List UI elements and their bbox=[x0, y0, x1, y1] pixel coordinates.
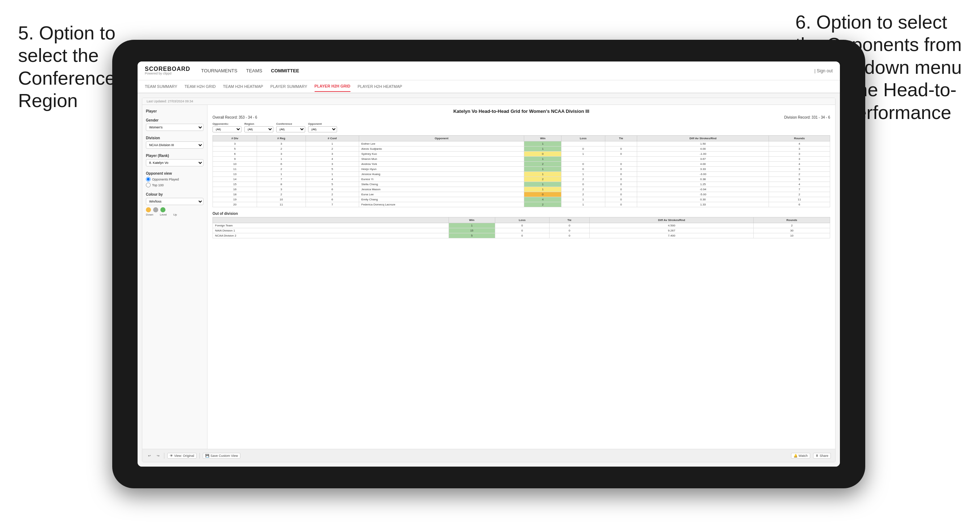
cell-win: 1 bbox=[524, 172, 562, 177]
table-row: 14 7 4 Eunice Yi 2 2 0 0.38 9 bbox=[213, 177, 830, 182]
report-title: Katelyn Vo Head-to-Head Grid for Women's… bbox=[213, 108, 830, 114]
opponents-dropdown[interactable]: (All) bbox=[213, 126, 242, 132]
save-custom-label: Save Custom View bbox=[210, 454, 238, 457]
table-row: 13 1 1 Jessica Huang 1 1 0 -3.00 2 bbox=[213, 172, 830, 177]
cell-win: 0 bbox=[524, 192, 562, 197]
opponent-dropdown[interactable]: (All) bbox=[308, 126, 337, 132]
nav-teams[interactable]: TEAMS bbox=[246, 67, 262, 75]
dot-down bbox=[146, 207, 151, 212]
record-row: Overall Record: 353 - 34 - 6 Division Re… bbox=[213, 115, 830, 119]
cell-diff: 1.33 bbox=[637, 202, 769, 207]
cell-loss bbox=[562, 141, 605, 146]
division-dropdown[interactable]: NCAA Division III bbox=[146, 141, 204, 149]
overall-record: Overall Record: 353 - 34 - 6 bbox=[213, 115, 257, 119]
player-rank-dropdown[interactable]: 8. Katelyn Vo bbox=[146, 159, 204, 167]
cell-diff: -3.00 bbox=[637, 172, 769, 177]
col-rounds: Rounds bbox=[769, 136, 830, 141]
eye-icon: 👁 bbox=[170, 454, 173, 457]
opponent-view-label: Opponent view bbox=[146, 171, 204, 175]
cell-tie: 0 bbox=[605, 192, 637, 197]
cell-diff: -1.00 bbox=[637, 152, 769, 157]
main-content: Last Updated: 27/03/2024 09:34 Player Ge… bbox=[138, 93, 840, 467]
logo-subtext: Powered by clippd bbox=[145, 72, 191, 75]
subnav-team-h2h-heatmap[interactable]: TEAM H2H HEATMAP bbox=[223, 81, 263, 92]
view-original-btn[interactable]: 👁 View: Original bbox=[167, 453, 197, 459]
table-row: 16 3 6 Jessica Mason 1 2 0 -0.94 7 bbox=[213, 187, 830, 192]
col-conf: # Conf bbox=[305, 136, 359, 141]
ood-cell-rounds: 10 bbox=[754, 233, 830, 238]
report-body: Player Gender Women's Division NCAA Divi… bbox=[142, 105, 835, 449]
cell-reg: 1 bbox=[257, 157, 305, 162]
subnav-player-h2h-grid[interactable]: PLAYER H2H GRID bbox=[315, 81, 350, 92]
gender-section: Gender Women's bbox=[146, 118, 204, 131]
cell-loss: 1 bbox=[562, 152, 605, 157]
colour-by-dropdown[interactable]: Win/loss bbox=[146, 198, 204, 205]
logo: SCOREBOARD Powered by clippd bbox=[145, 66, 191, 75]
cell-reg: 3 bbox=[257, 187, 305, 192]
player-label: Player bbox=[146, 109, 204, 113]
cell-loss: 2 bbox=[562, 187, 605, 192]
subnav-player-h2h-heatmap[interactable]: PLAYER H2H HEATMAP bbox=[358, 81, 402, 92]
nav-committee[interactable]: COMMITTEE bbox=[271, 67, 299, 75]
filter-row: Opponents: (All) Region (All) bbox=[213, 122, 830, 132]
colour-labels: Down Level Up bbox=[146, 213, 204, 216]
cell-tie: 0 bbox=[605, 187, 637, 192]
ood-cell-diff: 9.267 bbox=[589, 228, 754, 233]
save-custom-btn[interactable]: 💾 Save Custom View bbox=[203, 453, 240, 459]
ood-cell-rounds: 2 bbox=[754, 223, 830, 228]
cell-diff: 0.38 bbox=[637, 177, 769, 182]
col-tie: Tie bbox=[605, 136, 637, 141]
opponent-view-section: Opponent view Opponents Played Top 100 bbox=[146, 171, 204, 187]
ood-cell-tie: 0 bbox=[549, 223, 589, 228]
subnav-team-h2h-grid[interactable]: TEAM H2H GRID bbox=[185, 81, 216, 92]
subnav-team-summary[interactable]: TEAM SUMMARY bbox=[145, 81, 177, 92]
cell-loss: 1 bbox=[562, 197, 605, 202]
cell-conf: 4 bbox=[305, 157, 359, 162]
ood-cell-loss: 0 bbox=[495, 228, 549, 233]
radio-top100-input[interactable] bbox=[146, 183, 151, 187]
cell-reg: 3 bbox=[257, 152, 305, 157]
cell-opponent: Sydney Kuo bbox=[359, 152, 524, 157]
player-rank-section: Player (Rank) 8. Katelyn Vo bbox=[146, 154, 204, 167]
cell-diff: 0.30 bbox=[637, 197, 769, 202]
cell-div: 13 bbox=[213, 172, 257, 177]
region-dropdown[interactable]: (All) bbox=[244, 126, 273, 132]
table-row: 11 2 5 Heejo Hyun 1 0 0 3.33 3 bbox=[213, 167, 830, 172]
cell-tie: 0 bbox=[605, 152, 637, 157]
ood-cell-diff: 7.400 bbox=[589, 233, 754, 238]
cell-reg: 1 bbox=[257, 172, 305, 177]
logo-text: SCOREBOARD bbox=[145, 66, 191, 72]
cell-tie: 0 bbox=[605, 202, 637, 207]
cell-rounds: 2 bbox=[769, 172, 830, 177]
table-row: 19 10 6 Emily Chang 4 1 0 0.30 11 bbox=[213, 197, 830, 202]
table-row: 10 6 3 Andrea York 2 0 0 4.00 4 bbox=[213, 162, 830, 167]
share-btn[interactable]: ⬆ Share bbox=[813, 453, 831, 459]
cell-rounds: 3 bbox=[769, 146, 830, 152]
cell-div: 10 bbox=[213, 162, 257, 167]
cell-loss: 0 bbox=[562, 167, 605, 172]
conference-dropdown[interactable]: (All) bbox=[276, 126, 305, 132]
ood-table-row: Foreign Team 1 0 0 4.500 2 bbox=[213, 223, 830, 228]
cell-win: 1 bbox=[524, 182, 562, 187]
table-row: 20 11 7 Federica Domecq Lacroze 2 1 0 1.… bbox=[213, 202, 830, 207]
undo-btn[interactable]: ↩ bbox=[146, 453, 153, 458]
report-header-bar: Last Updated: 27/03/2024 09:34 bbox=[142, 98, 835, 105]
radio-top100[interactable]: Top 100 bbox=[146, 183, 204, 187]
radio-opponents-played-input[interactable] bbox=[146, 177, 151, 182]
col-reg: # Reg bbox=[257, 136, 305, 141]
cell-loss: 0 bbox=[562, 162, 605, 167]
cell-reg: 7 bbox=[257, 177, 305, 182]
opponents-filter-label: Opponents: bbox=[213, 122, 242, 125]
cell-rounds: 6 bbox=[769, 202, 830, 207]
redo-btn[interactable]: ↪ bbox=[155, 453, 161, 458]
watch-btn[interactable]: 🔔 Watch bbox=[791, 453, 810, 459]
cell-reg: 2 bbox=[257, 167, 305, 172]
cell-tie bbox=[605, 157, 637, 162]
radio-opponents-played[interactable]: Opponents Played bbox=[146, 177, 204, 182]
table-row: 15 8 5 Stella Cheng 1 0 0 1.25 4 bbox=[213, 182, 830, 187]
subnav-player-summary[interactable]: PLAYER SUMMARY bbox=[270, 81, 307, 92]
col-win: Win bbox=[524, 136, 562, 141]
nav-tournaments[interactable]: TOURNAMENTS bbox=[201, 67, 237, 75]
cell-div: 18 bbox=[213, 192, 257, 197]
gender-dropdown[interactable]: Women's bbox=[146, 124, 204, 131]
